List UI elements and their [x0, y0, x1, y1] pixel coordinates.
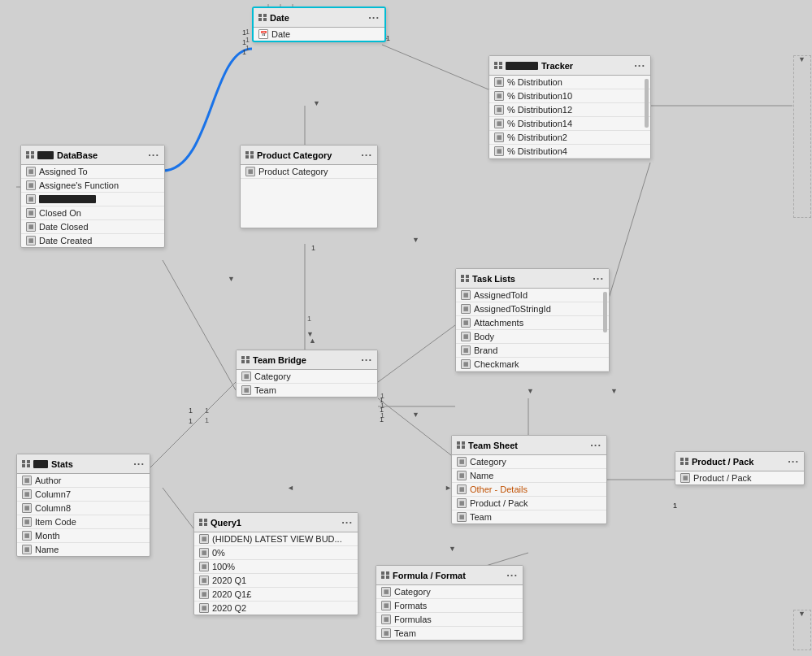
table-stats[interactable]: Stats ··· ▦ Author ▦ Column7 ▦ Column8 ▦…: [16, 454, 150, 557]
connector-label-1k: 1: [673, 502, 677, 510]
table-product-category[interactable]: Product Category ··· ▦ Product Category: [240, 145, 378, 228]
table-query1-menu[interactable]: ···: [341, 516, 353, 528]
table-icon: ▦: [245, 167, 255, 176]
field-db-closed-on: ▦ Closed On: [21, 206, 164, 220]
table-stats-header[interactable]: Stats ···: [17, 454, 150, 474]
field-assigned-to-label: Assigned To: [39, 167, 88, 176]
grid-icon: [461, 275, 469, 283]
field-tl-assigned-to-id-label: AssignedToId: [474, 290, 528, 300]
field-tb-team: ▦ Team: [237, 384, 377, 397]
table-task-lists-header[interactable]: Task Lists ···: [456, 269, 609, 289]
field-ff-formats: ▦ Formats: [376, 599, 523, 613]
arrow-indicator: ▼: [527, 387, 534, 395]
table-formula-format[interactable]: Formula / Format ··· ▦ Category ▦ Format…: [376, 565, 523, 641]
svg-line-4: [382, 45, 489, 89]
table-task-lists-title: Task Lists: [472, 274, 515, 284]
grid-icon: [258, 14, 267, 22]
table-team-bridge[interactable]: Team Bridge ··· ▦ Category ▦ Team: [236, 350, 378, 398]
field-tracker-dist12: ▦ % Distribution12: [489, 103, 650, 117]
field-stats-name: ▦ Name: [17, 543, 150, 556]
field-ts-category-label: Category: [470, 457, 506, 467]
scrollbar[interactable]: [645, 79, 649, 128]
field-tb-category-label: Category: [254, 371, 291, 381]
field-tl-assigned-to-str: ▦ AssignedToStringId: [456, 302, 609, 316]
grid-icon: [26, 151, 34, 159]
table-icon: ▦: [22, 489, 32, 499]
table-icon: ▦: [381, 628, 391, 638]
field-dist4-label: % Distribution4: [507, 146, 567, 156]
table-icon: ▦: [461, 332, 471, 341]
table-product-category-menu[interactable]: ···: [361, 149, 372, 161]
table-icon: ▦: [457, 512, 467, 522]
table-icon: ▦: [461, 290, 471, 300]
table-icon: ▦: [461, 345, 471, 355]
db-prefix-redacted: [37, 151, 54, 159]
table-product-pack-header[interactable]: Product / Pack ···: [675, 452, 804, 471]
field-ff-team-label: Team: [394, 628, 416, 638]
table-date[interactable]: Date ··· 📅 Date: [252, 7, 386, 42]
table-database-menu[interactable]: ···: [148, 149, 159, 161]
arrow-indicator: ▼: [412, 411, 419, 419]
table-tracker[interactable]: Tracker ··· ▦ % Distribution ▦ % Distrib…: [489, 55, 651, 159]
field-tracker-dist10: ▦ % Distribution10: [489, 89, 650, 103]
table-task-lists[interactable]: Task Lists ··· ▦ AssignedToId ▦ Assigned…: [455, 268, 610, 372]
arrow-indicator: ▼: [313, 99, 320, 107]
field-tl-checkmark-label: Checkmark: [474, 359, 519, 369]
table-icon: ▦: [22, 503, 32, 513]
table-query1-header[interactable]: Query1 ···: [194, 513, 358, 532]
field-q1-100pct: ▦ 100%: [194, 560, 358, 574]
table-date-header[interactable]: Date ···: [254, 8, 384, 28]
table-icon: ▦: [26, 180, 36, 190]
field-stats-name-label: Name: [35, 545, 59, 554]
table-product-pack[interactable]: Product / Pack ··· ▦ Product / Pack: [675, 451, 805, 485]
table-product-pack-menu[interactable]: ···: [788, 455, 799, 467]
field-tl-brand-label: Brand: [474, 345, 497, 355]
table-query1[interactable]: Query1 ··· ▦ (HIDDEN) LATEST VIEW BUD...…: [193, 512, 358, 615]
field-stats-col8: ▦ Column8: [17, 502, 150, 515]
field-redacted-bar: [39, 195, 96, 203]
scrollbar[interactable]: [603, 292, 607, 332]
field-ts-product-pack-label: Product / Pack: [470, 498, 528, 508]
table-product-category-header[interactable]: Product Category ···: [241, 146, 377, 165]
field-db-assignee-fn: ▦ Assignee's Function: [21, 179, 164, 193]
table-date-menu[interactable]: ···: [368, 11, 380, 24]
svg-line-13: [146, 382, 236, 471]
table-formula-format-header[interactable]: Formula / Format ···: [376, 566, 523, 585]
table-database-header[interactable]: DataBase ···: [21, 146, 164, 165]
table-team-bridge-menu[interactable]: ···: [361, 354, 372, 366]
table-icon: ▦: [381, 615, 391, 624]
table-tracker-menu[interactable]: ···: [634, 59, 645, 72]
field-stats-col7: ▦ Column7: [17, 488, 150, 502]
field-date-closed-label: Date Closed: [39, 222, 89, 232]
field-tracker-dist4: ▦ % Distribution4: [489, 145, 650, 159]
field-tl-brand: ▦ Brand: [456, 344, 609, 358]
table-icon: ▦: [199, 589, 209, 599]
field-stats-col8-label: Column8: [35, 503, 71, 513]
table-task-lists-menu[interactable]: ···: [593, 272, 604, 285]
field-tl-attachments: ▦ Attachments: [456, 316, 609, 330]
table-tracker-header[interactable]: Tracker ···: [489, 56, 650, 76]
table-database[interactable]: DataBase ··· ▦ Assigned To ▦ Assignee's …: [20, 145, 165, 248]
field-ff-formats-label: Formats: [394, 601, 427, 610]
connector-label-1b: 1: [242, 38, 246, 46]
table-formula-format-menu[interactable]: ···: [506, 569, 518, 581]
dashed-right-box-top: [793, 55, 811, 218]
connector-label-1h: 1: [380, 396, 384, 404]
table-team-sheet-header[interactable]: Team Sheet ···: [452, 436, 606, 455]
table-team-bridge-header[interactable]: Team Bridge ···: [237, 350, 377, 370]
arrow-indicator: ◄: [287, 484, 294, 492]
table-team-sheet[interactable]: Team Sheet ··· ▦ Category ▦ Name ▦ Other…: [451, 435, 607, 524]
table-icon: ▦: [680, 473, 690, 483]
field-ff-category-label: Category: [394, 587, 431, 597]
table-team-sheet-menu[interactable]: ···: [590, 439, 601, 451]
field-stats-author-label: Author: [35, 476, 61, 485]
field-ts-other-details: ▦ Other - Details: [452, 483, 606, 497]
field-dist2-label: % Distribution2: [507, 133, 567, 142]
svg-line-9: [378, 325, 455, 382]
table-icon: ▦: [22, 531, 32, 541]
connector-label-1c: 1: [242, 48, 246, 56]
field-ff-team: ▦ Team: [376, 627, 523, 640]
table-stats-menu[interactable]: ···: [133, 458, 145, 470]
field-q1-2020q1: ▦ 2020 Q1: [194, 574, 358, 588]
field-q1-2020q1p: ▦ 2020 Q1£: [194, 588, 358, 602]
